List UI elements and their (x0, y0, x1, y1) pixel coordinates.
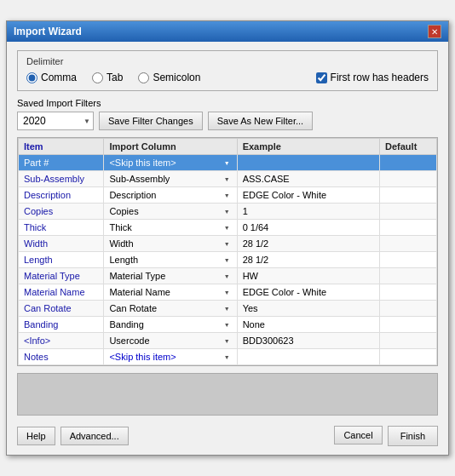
radio-comma-input[interactable] (26, 72, 37, 83)
advanced-button[interactable]: Advanced... (60, 427, 129, 445)
table-row[interactable]: Sub-AssemblySub-AssemblyASS.CASE (19, 171, 437, 187)
cell-import[interactable]: Copies (104, 204, 237, 220)
table-row[interactable]: WidthWidth28 1/2 (19, 236, 437, 252)
import-table: Item Import Column Example Default Part … (18, 138, 437, 365)
table-row[interactable]: Material NameMaterial NameEDGE Color - W… (19, 284, 437, 301)
cell-import[interactable]: Material Name (104, 284, 237, 301)
cell-import[interactable]: Sub-Assembly (104, 171, 237, 187)
col-header-default: Default (380, 139, 437, 155)
table-row[interactable]: ThickThick0 1/64 (19, 220, 437, 236)
import-column-select[interactable]: Banding (109, 319, 231, 330)
cell-import[interactable]: <Skip this item> (104, 349, 237, 365)
save-filter-button[interactable]: Save Filter Changes (99, 112, 203, 130)
col-header-example: Example (237, 139, 379, 155)
item-label: Material Type (24, 271, 80, 281)
cell-import[interactable]: Length (104, 252, 237, 268)
cell-default (380, 252, 437, 268)
saved-filters-label: Saved Import Filters (17, 98, 438, 108)
cell-import[interactable]: Description (104, 187, 237, 204)
item-label: <Info> (24, 335, 50, 346)
cell-default (380, 236, 437, 252)
item-label: Sub-Assembly (24, 174, 84, 184)
radio-semicolon[interactable]: Semicolon (138, 72, 200, 83)
cell-item: Width (19, 236, 104, 252)
cell-example (237, 349, 379, 365)
cell-example: HW (237, 268, 379, 284)
cell-default (380, 284, 437, 301)
first-row-checkbox[interactable]: First row has headers (316, 72, 429, 83)
cell-import[interactable]: Material Type (104, 268, 237, 284)
cell-import[interactable]: <Skip this item> (104, 155, 237, 171)
cell-item: Length (19, 252, 104, 268)
import-column-select[interactable]: Length (109, 255, 231, 265)
table-row[interactable]: Notes<Skip this item> (19, 349, 437, 365)
cell-default (380, 317, 437, 333)
import-column-select[interactable]: Can Rotate (109, 303, 231, 313)
table-row[interactable]: CopiesCopies1 (19, 204, 437, 220)
cell-default (380, 220, 437, 236)
item-label: Thick (24, 222, 46, 232)
cancel-button[interactable]: Cancel (334, 426, 382, 444)
table-row[interactable]: Material TypeMaterial TypeHW (19, 268, 437, 284)
titlebar: Import Wizard ✕ (7, 21, 448, 42)
radio-tab[interactable]: Tab (92, 72, 123, 83)
radio-comma[interactable]: Comma (26, 72, 77, 83)
import-column-select[interactable]: Usercode (109, 335, 231, 346)
cell-example: EDGE Color - White (237, 284, 379, 301)
save-new-filter-button[interactable]: Save As New Filter... (208, 112, 313, 130)
footer: Help Advanced... Cancel Finish (17, 422, 438, 448)
table-row[interactable]: DescriptionDescriptionEDGE Color - White (19, 187, 437, 204)
help-button[interactable]: Help (17, 427, 55, 445)
radio-semicolon-input[interactable] (138, 72, 149, 83)
cell-item: Copies (19, 204, 104, 220)
item-label: Banding (24, 319, 58, 330)
first-row-input[interactable] (316, 72, 327, 83)
filter-dropdown-wrap: 2020 (17, 112, 94, 130)
table-header-row: Item Import Column Example Default (19, 139, 437, 155)
import-column-select[interactable]: Width (109, 238, 231, 249)
import-column-select[interactable]: Description (109, 190, 231, 200)
item-label: Width (24, 238, 48, 249)
cell-import[interactable]: Thick (104, 220, 237, 236)
window-title: Import Wizard (14, 26, 82, 37)
cell-example: 28 1/2 (237, 236, 379, 252)
item-label: Notes (24, 352, 49, 362)
import-wizard-window: Import Wizard ✕ Delimiter Comma Tab Semi… (6, 20, 449, 456)
col-header-import: Import Column (104, 139, 237, 155)
import-column-select[interactable]: Copies (109, 206, 231, 216)
delimiter-label: Delimiter (26, 56, 429, 66)
cell-example: BDD300623 (237, 333, 379, 349)
import-column-select[interactable]: <Skip this item> (109, 352, 231, 362)
table-row[interactable]: <Info>UsercodeBDD300623 (19, 333, 437, 349)
cell-import[interactable]: Width (104, 236, 237, 252)
import-column-select[interactable]: Thick (109, 222, 231, 232)
finish-button[interactable]: Finish (388, 426, 438, 446)
saved-filters-row: 2020 Save Filter Changes Save As New Fil… (17, 112, 438, 130)
import-column-select[interactable]: Sub-Assembly (109, 174, 231, 184)
import-column-select[interactable]: Material Type (109, 271, 231, 281)
radio-tab-input[interactable] (92, 72, 103, 83)
cell-default (380, 349, 437, 365)
import-column-select[interactable]: Material Name (109, 287, 231, 297)
cell-example: EDGE Color - White (237, 187, 379, 204)
import-column-select[interactable]: <Skip this item> (109, 158, 231, 168)
cell-import[interactable]: Can Rotate (104, 301, 237, 317)
table-row[interactable]: Can RotateCan RotateYes (19, 301, 437, 317)
delimiter-group: Delimiter Comma Tab Semicolon First row … (17, 50, 438, 91)
cell-item: Notes (19, 349, 104, 365)
cell-example: Yes (237, 301, 379, 317)
cell-import[interactable]: Usercode (104, 333, 237, 349)
cell-default (380, 171, 437, 187)
cell-item: Material Name (19, 284, 104, 301)
item-label: Description (24, 190, 71, 200)
gray-area (17, 373, 438, 416)
col-header-item: Item (19, 139, 104, 155)
table-row[interactable]: LengthLength28 1/2 (19, 252, 437, 268)
table-row[interactable]: BandingBandingNone (19, 317, 437, 333)
cell-default (380, 187, 437, 204)
cell-example: 28 1/2 (237, 252, 379, 268)
filter-dropdown[interactable]: 2020 (17, 112, 94, 130)
close-button[interactable]: ✕ (428, 25, 441, 38)
table-row[interactable]: Part #<Skip this item> (19, 155, 437, 171)
cell-import[interactable]: Banding (104, 317, 237, 333)
